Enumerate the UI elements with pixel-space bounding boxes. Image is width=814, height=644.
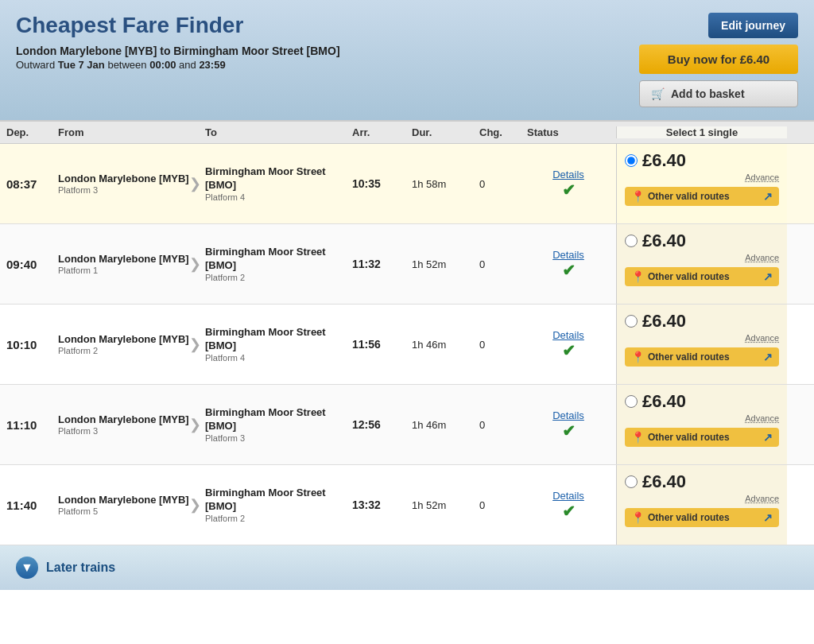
dur-cell-3: 1h 46m xyxy=(405,413,473,437)
external-link-icon: ↗ xyxy=(763,431,773,444)
direction-arrow-icon: ❯ xyxy=(189,255,201,273)
external-link-icon: ↗ xyxy=(763,270,773,283)
external-link-icon: ↗ xyxy=(763,190,773,203)
add-to-basket-button[interactable]: 🛒 Add to basket xyxy=(639,80,798,107)
select-radio-3[interactable] xyxy=(625,395,638,408)
to-platform: Platform 4 xyxy=(205,353,339,363)
train-rows-container: 08:37 London Marylebone [MYB] Platform 3… xyxy=(0,144,814,545)
chg-cell-4: 0 xyxy=(473,493,521,518)
to-cell-0: ❯ Birmingham Moor Street [BMO] Platform … xyxy=(199,159,346,208)
page-title: Cheapest Fare Finder xyxy=(16,13,340,38)
fare-cell-0: £6.40 Advance 📍 Other valid routes ↗ xyxy=(616,144,787,223)
time-between: between xyxy=(107,59,146,71)
fare-type[interactable]: Advance xyxy=(625,173,779,182)
changes: 0 xyxy=(479,339,485,351)
fare-top: £6.40 xyxy=(625,391,779,412)
edit-journey-button[interactable]: Edit journey xyxy=(708,13,798,38)
pin-icon: 📍 xyxy=(631,431,645,444)
to-station: Birmingham Moor Street [BMO] xyxy=(205,165,339,192)
fare-type[interactable]: Advance xyxy=(625,413,779,423)
fare-price: £6.40 xyxy=(642,471,686,492)
to-station: Birmingham Moor Street [BMO] xyxy=(205,326,339,353)
status-cell-0: Details ✔ xyxy=(521,162,616,206)
page-header: Cheapest Fare Finder London Marylebone [… xyxy=(0,0,814,120)
to-platform: Platform 2 xyxy=(205,273,339,282)
from-station: London Marylebone [MYB] xyxy=(58,333,192,347)
time-and: and xyxy=(179,59,199,71)
fare-type[interactable]: Advance xyxy=(625,333,779,343)
details-link[interactable]: Details xyxy=(552,249,584,261)
status-checkmark: ✔ xyxy=(562,181,576,199)
direction-arrow-icon: ❯ xyxy=(189,496,201,514)
select-radio-4[interactable] xyxy=(625,475,638,488)
dep-time-3: 11:10 xyxy=(0,412,52,438)
status-checkmark: ✔ xyxy=(562,422,576,440)
changes: 0 xyxy=(479,499,485,511)
select-radio-2[interactable] xyxy=(625,315,638,328)
chg-cell-3: 0 xyxy=(473,413,521,437)
date-info: Outward Tue 7 Jan between 00:00 and 23:5… xyxy=(16,59,340,71)
fare-top: £6.40 xyxy=(625,471,779,492)
route-description: London Marylebone [MYB] to Birmingham Mo… xyxy=(16,45,340,57)
to-station: Birmingham Moor Street [BMO] xyxy=(205,406,339,433)
duration: 1h 58m xyxy=(412,178,446,190)
time-end: 23:59 xyxy=(199,59,225,71)
fare-cell-1: £6.40 Advance 📍 Other valid routes ↗ xyxy=(616,224,787,304)
changes: 0 xyxy=(479,258,485,270)
from-station: London Marylebone [MYB] xyxy=(58,173,192,186)
select-radio-1[interactable] xyxy=(625,235,638,247)
table-row: 11:10 London Marylebone [MYB] Platform 3… xyxy=(0,385,814,465)
other-valid-routes-button[interactable]: 📍 Other valid routes ↗ xyxy=(625,347,779,367)
other-valid-routes-button[interactable]: 📍 Other valid routes ↗ xyxy=(625,267,779,286)
arr-cell-2: 11:56 xyxy=(346,332,405,357)
to-cell-3: ❯ Birmingham Moor Street [BMO] Platform … xyxy=(199,400,346,449)
fare-type[interactable]: Advance xyxy=(625,253,779,262)
departure-time: 11:40 xyxy=(6,499,37,512)
duration: 1h 46m xyxy=(412,339,446,351)
from-cell-3: London Marylebone [MYB] Platform 3 xyxy=(52,407,199,443)
select-radio-0[interactable] xyxy=(625,154,638,167)
status-cell-1: Details ✔ xyxy=(521,242,616,286)
arr-cell-0: 10:35 xyxy=(346,171,405,196)
buy-now-button[interactable]: Buy now for £6.40 xyxy=(639,45,798,74)
table-header: Dep. From To Arr. Dur. Chg. Status Selec… xyxy=(0,120,814,144)
from-platform: Platform 2 xyxy=(58,346,192,355)
later-trains-button[interactable]: ▼ Later trains xyxy=(0,545,814,590)
dep-time-4: 11:40 xyxy=(0,492,52,518)
dep-time-2: 10:10 xyxy=(0,332,52,358)
from-cell-4: London Marylebone [MYB] Platform 5 xyxy=(52,487,199,523)
to-station: Birmingham Moor Street [BMO] xyxy=(205,487,339,514)
external-link-icon: ↗ xyxy=(763,511,773,524)
fare-cell-3: £6.40 Advance 📍 Other valid routes ↗ xyxy=(616,385,787,464)
dur-cell-1: 1h 52m xyxy=(405,252,473,277)
table-row: 10:10 London Marylebone [MYB] Platform 2… xyxy=(0,305,814,385)
arr-cell-1: 11:32 xyxy=(346,251,405,277)
other-routes-left: 📍 Other valid routes xyxy=(631,190,730,203)
changes: 0 xyxy=(479,178,485,190)
departure-time: 09:40 xyxy=(6,258,37,271)
arrival-time: 12:56 xyxy=(352,418,381,431)
details-link[interactable]: Details xyxy=(552,329,584,341)
arrival-time: 10:35 xyxy=(352,177,381,190)
down-arrow-icon: ▼ xyxy=(21,561,33,575)
other-valid-routes-button[interactable]: 📍 Other valid routes ↗ xyxy=(625,187,779,206)
arrival-time: 11:32 xyxy=(352,258,381,270)
other-routes-label: Other valid routes xyxy=(648,512,730,523)
header-left: Cheapest Fare Finder London Marylebone [… xyxy=(16,13,340,71)
status-checkmark: ✔ xyxy=(562,502,576,520)
details-link[interactable]: Details xyxy=(552,169,584,180)
pin-icon: 📍 xyxy=(631,351,645,363)
from-platform: Platform 5 xyxy=(58,506,192,516)
other-valid-routes-button[interactable]: 📍 Other valid routes ↗ xyxy=(625,428,779,447)
pin-icon: 📍 xyxy=(631,511,645,524)
details-link[interactable]: Details xyxy=(552,490,584,502)
fare-type[interactable]: Advance xyxy=(625,494,779,503)
from-station: London Marylebone [MYB] xyxy=(58,413,192,427)
details-link[interactable]: Details xyxy=(552,409,584,421)
other-valid-routes-button[interactable]: 📍 Other valid routes ↗ xyxy=(625,508,779,527)
arrival-time: 13:32 xyxy=(352,499,381,511)
other-routes-left: 📍 Other valid routes xyxy=(631,511,730,524)
col-select: Select 1 single xyxy=(616,126,787,138)
departure-time: 10:10 xyxy=(6,338,37,351)
dur-cell-4: 1h 52m xyxy=(405,493,473,518)
